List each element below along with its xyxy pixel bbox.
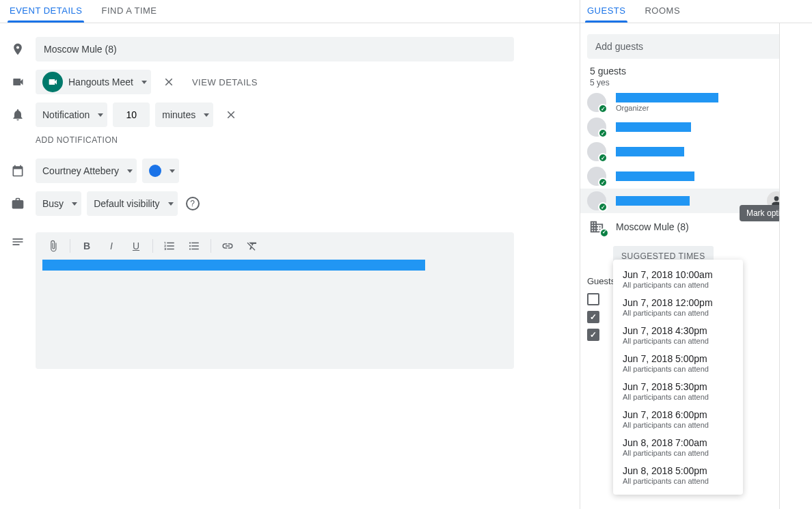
video-icon bbox=[11, 75, 25, 89]
remove-notification-button[interactable] bbox=[219, 102, 243, 127]
remove-conference-button[interactable] bbox=[157, 70, 181, 94]
hangouts-meet-chip[interactable]: Hangouts Meet bbox=[36, 70, 151, 94]
avatar bbox=[587, 167, 606, 186]
location-input[interactable] bbox=[36, 37, 514, 61]
help-icon[interactable]: ? bbox=[186, 197, 200, 210]
editor-toolbar: B I U bbox=[36, 232, 514, 260]
right-rail bbox=[779, 23, 812, 509]
right-tabs: GUESTS ROOMS bbox=[580, 0, 812, 23]
add-notification-button[interactable]: ADD NOTIFICATION bbox=[0, 133, 580, 150]
briefcase-icon bbox=[11, 197, 25, 210]
time-slot[interactable]: Jun 8, 2018 7:00amAll participants can a… bbox=[613, 433, 743, 461]
clear-format-button[interactable] bbox=[241, 235, 263, 257]
time-slot[interactable]: Jun 7, 2018 6:00pmAll participants can a… bbox=[613, 405, 743, 433]
hangouts-label: Hangouts Meet bbox=[68, 77, 133, 87]
description-content-redacted bbox=[42, 260, 425, 271]
tab-guests[interactable]: GUESTS bbox=[587, 5, 625, 23]
perm-invite-checkbox[interactable] bbox=[587, 311, 599, 323]
building-icon bbox=[587, 217, 606, 236]
visibility-select[interactable]: Default visibility bbox=[87, 191, 177, 216]
notification-type-select[interactable]: Notification bbox=[36, 102, 107, 127]
guest-item[interactable]: Organizer bbox=[580, 90, 812, 115]
avatar bbox=[587, 142, 606, 161]
suggested-times-popup: Jun 7, 2018 10:00amAll participants can … bbox=[613, 260, 743, 495]
bold-button[interactable]: B bbox=[76, 235, 98, 257]
organizer-label: Organizer bbox=[616, 104, 805, 112]
avatar bbox=[587, 118, 606, 137]
notification-value-input[interactable] bbox=[113, 102, 150, 127]
event-color-select[interactable] bbox=[142, 159, 179, 183]
tab-rooms[interactable]: ROOMS bbox=[645, 5, 680, 23]
bell-icon bbox=[11, 108, 25, 122]
italic-button[interactable]: I bbox=[100, 235, 122, 257]
guest-summary: 5 guests 5 yes bbox=[580, 66, 812, 87]
guest-name-redacted bbox=[616, 93, 718, 102]
calendar-owner-select[interactable]: Courtney Attebery bbox=[36, 159, 137, 183]
description-icon bbox=[11, 235, 25, 249]
time-slot[interactable]: Jun 7, 2018 5:00pmAll participants can a… bbox=[613, 349, 743, 377]
avatar bbox=[587, 93, 606, 112]
guest-yes-count: 5 yes bbox=[590, 78, 787, 87]
view-details-link[interactable]: VIEW DETAILS bbox=[192, 77, 258, 87]
bullet-list-button[interactable] bbox=[183, 235, 205, 257]
guest-item[interactable] bbox=[580, 115, 812, 139]
guest-name-redacted bbox=[616, 196, 690, 206]
tab-find-a-time[interactable]: FIND A TIME bbox=[101, 5, 157, 23]
guest-name-redacted bbox=[616, 122, 691, 132]
link-button[interactable] bbox=[217, 235, 239, 257]
guest-count: 5 guests bbox=[590, 66, 787, 77]
perm-see-guests-checkbox[interactable] bbox=[587, 329, 599, 341]
color-dot bbox=[149, 165, 161, 177]
tab-event-details[interactable]: EVENT DETAILS bbox=[10, 5, 82, 23]
add-guests-input[interactable]: Add guests bbox=[587, 34, 805, 59]
busy-select[interactable]: Busy bbox=[36, 191, 81, 216]
perm-modify-checkbox[interactable] bbox=[587, 293, 599, 305]
calendar-icon bbox=[11, 164, 25, 178]
guest-name-redacted bbox=[616, 171, 694, 181]
guest-name-redacted bbox=[616, 147, 684, 156]
description-editor[interactable]: B I U bbox=[36, 232, 514, 369]
guest-item[interactable] bbox=[580, 139, 812, 164]
location-icon bbox=[11, 42, 25, 56]
room-name: Moscow Mule (8) bbox=[616, 221, 805, 232]
time-slot[interactable]: Jun 7, 2018 10:00amAll participants can … bbox=[613, 265, 743, 293]
time-slot[interactable]: Jun 7, 2018 4:30pmAll participants can a… bbox=[613, 321, 743, 349]
attach-button[interactable] bbox=[42, 235, 64, 257]
guest-item[interactable] bbox=[580, 164, 812, 189]
avatar bbox=[587, 191, 606, 210]
time-slot[interactable]: Jun 7, 2018 12:00pmAll participants can … bbox=[613, 293, 743, 321]
numbered-list-button[interactable] bbox=[159, 235, 180, 257]
time-slot[interactable]: Jun 8, 2018 5:00pmAll participants can a… bbox=[613, 461, 743, 489]
underline-button[interactable]: U bbox=[125, 235, 147, 257]
left-tabs: EVENT DETAILS FIND A TIME bbox=[0, 0, 580, 23]
notification-unit-select[interactable]: minutes bbox=[155, 102, 213, 127]
time-slot[interactable]: Jun 7, 2018 5:30pmAll participants can a… bbox=[613, 377, 743, 405]
